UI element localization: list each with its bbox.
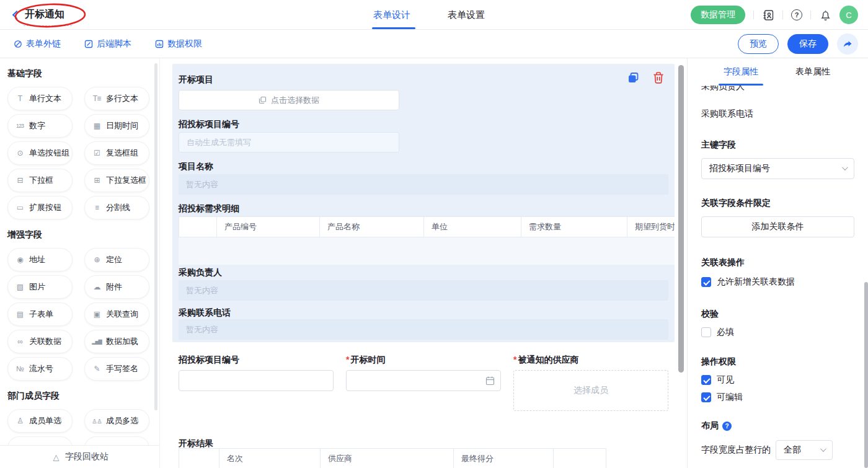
divider-icon: ≡: [92, 203, 102, 212]
field-recycle-bin[interactable]: △ 字段回收站: [0, 445, 159, 468]
purchase-phone-input[interactable]: 暂无内容: [179, 319, 668, 340]
select-data-button[interactable]: 点击选择数据: [179, 90, 399, 110]
visible-checkbox[interactable]: [701, 375, 711, 385]
separator: [753, 11, 754, 19]
sidebar-item-member-single[interactable]: ♙成员单选: [7, 409, 73, 433]
sidebar-item-related-query[interactable]: ▣关联查询: [84, 302, 149, 326]
add-relation-condition-button[interactable]: 添加关联条件: [701, 216, 854, 237]
tender-number-input[interactable]: 自动生成无需填写: [179, 132, 399, 152]
tab-form-design[interactable]: 表单设计: [373, 9, 410, 21]
required-checkbox[interactable]: [701, 327, 711, 337]
sidebar-item-multi-line-text[interactable]: T≡多行文本: [84, 87, 149, 110]
permission-heading: 操作权限: [701, 356, 854, 368]
sidebar-item-single-line-text[interactable]: T单行文本: [7, 87, 73, 110]
sidebar-item-radio-group[interactable]: ⊙单选按钮组: [7, 141, 73, 165]
save-button[interactable]: 保存: [787, 34, 828, 54]
sidebar-item-multi-dropdown[interactable]: ⊞下拉复选框: [84, 169, 149, 192]
table-header-cell: 期望到货时: [627, 216, 675, 237]
member-single-icon: ♙: [15, 417, 25, 425]
field-tender-number: 招投标项目编号: [179, 354, 334, 411]
sidebar-item-related-data[interactable]: ∞关联数据: [7, 330, 73, 353]
scrolled-field-item[interactable]: 采购负责人: [701, 86, 854, 94]
demand-detail-table: 产品编号 产品名称 单位 需求数量 期望到货时: [179, 216, 675, 265]
select-data-icon: [259, 96, 267, 104]
backend-script-link[interactable]: 后端脚本: [84, 38, 131, 50]
sidebar-item-location[interactable]: ⊕定位: [84, 248, 149, 272]
calendar-icon: [485, 376, 495, 386]
data-load-icon: ▂▅▇: [92, 339, 102, 345]
share-button[interactable]: [837, 33, 858, 55]
sidebar-item-address[interactable]: ◉地址: [7, 248, 73, 272]
tab-form-properties[interactable]: 表单属性: [795, 66, 830, 77]
help-icon[interactable]: ?: [791, 9, 802, 20]
avatar[interactable]: C: [839, 6, 858, 24]
datetime-icon: ▦: [92, 121, 102, 130]
table-header-cell: 需求数量: [521, 216, 627, 237]
sidebar-item-dropdown[interactable]: ⊟下拉框: [7, 169, 73, 192]
project-name-input[interactable]: 暂无内容: [179, 174, 668, 195]
block-actions: [627, 71, 665, 84]
tender-number-text-input[interactable]: [179, 370, 334, 391]
selected-field-group[interactable]: 开标项目 点击选择数据 招投标项目编号 自动生成无需填写 项目名称 暂无内容 招…: [172, 64, 675, 342]
primary-key-select[interactable]: 招投标项目编号: [701, 158, 854, 179]
field-notified-suppliers: *被通知的供应商 选择成员: [513, 354, 668, 411]
sidebar-item-clipped[interactable]: [84, 436, 149, 445]
share-arrow-icon: [843, 39, 852, 49]
table-header-cell: [554, 448, 606, 468]
page-title[interactable]: 开标通知: [25, 8, 64, 21]
sidebar-item-signature[interactable]: ✎手写签名: [84, 357, 149, 381]
select-member-box[interactable]: 选择成员: [513, 370, 668, 411]
required-row: 必填: [701, 327, 854, 338]
data-manage-button[interactable]: 数据管理: [691, 6, 745, 24]
sidebar-item-checkbox-group[interactable]: ☑复选框组: [84, 141, 149, 165]
sidebar-item-extend-button[interactable]: ▭扩展按钮: [7, 196, 73, 219]
sidebar-item-subform[interactable]: ▤子表单: [7, 302, 73, 326]
dropdown-icon: ⊟: [15, 176, 25, 185]
sidebar-item-clipped[interactable]: [7, 436, 73, 445]
editable-checkbox[interactable]: [701, 392, 711, 402]
bid-open-time-date-input[interactable]: [346, 370, 501, 391]
sidebar-item-data-load[interactable]: ▂▅▇数据加载: [84, 330, 149, 353]
header-right-cluster: 数据管理 ? C: [691, 0, 858, 30]
basic-fields-grid: T单行文本 T≡多行文本 123数字 ▦日期时间 ⊙单选按钮组 ☑复选框组 ⊟下…: [7, 87, 159, 219]
purchase-owner-input[interactable]: 暂无内容: [179, 280, 668, 301]
main-area: 基础字段 T单行文本 T≡多行文本 123数字 ▦日期时间 ⊙单选按钮组 ☑复选…: [0, 58, 868, 468]
sidebar-item-member-multi[interactable]: ♙♙成员多选: [84, 409, 149, 433]
section-title-member-fields: 部门成员字段: [7, 391, 159, 402]
demand-table-empty-row: [179, 237, 675, 265]
layout-help-icon[interactable]: ?: [722, 422, 732, 431]
allow-add-relation-checkbox[interactable]: [701, 277, 711, 287]
canvas-scrollbar-thumb[interactable]: [678, 65, 684, 373]
member-fields-grid: ♙成员单选 ♙♙成员多选: [7, 409, 159, 445]
chevron-down-icon: [820, 446, 826, 452]
sidebar-item-image[interactable]: ▧图片: [7, 275, 73, 299]
sidebar-scrollbar-thumb[interactable]: [154, 63, 157, 410]
field-label-bid-result: 开标结果: [179, 438, 213, 449]
properties-panel: 字段属性 表单属性 采购负责人 采购联系电话 主键字段 招投标项目编号 关联字段…: [687, 58, 868, 468]
sidebar-item-divider[interactable]: ≡分割线: [84, 196, 149, 219]
delete-icon[interactable]: [652, 71, 665, 84]
tab-field-properties[interactable]: 字段属性: [724, 66, 758, 77]
relation-condition-heading: 关联字段条件限定: [701, 198, 854, 209]
tab-form-settings[interactable]: 表单设置: [448, 9, 485, 21]
copy-icon[interactable]: [627, 71, 640, 84]
table-header-cell: 单位: [424, 216, 521, 237]
field-width-row: 字段宽度占整行的 全部: [701, 440, 854, 460]
sidebar-item-attachment[interactable]: ☁附件: [84, 275, 149, 299]
required-asterisk: *: [346, 354, 349, 365]
form-external-link[interactable]: 表单外链: [14, 38, 61, 50]
sidebar-item-number[interactable]: 123数字: [7, 114, 73, 138]
data-permission-link[interactable]: 数据权限: [155, 38, 202, 50]
section-title-basic-fields: 基础字段: [7, 68, 159, 79]
panel-scrollbar-thumb[interactable]: [864, 282, 868, 468]
sidebar-item-datetime[interactable]: ▦日期时间: [84, 114, 149, 138]
demand-table-header: 产品编号 产品名称 单位 需求数量 期望到货时: [179, 216, 675, 237]
multi-line-text-icon: T≡: [92, 94, 102, 103]
sidebar-item-serial-number[interactable]: №流水号: [7, 357, 73, 381]
back-chevron-icon[interactable]: [12, 11, 21, 19]
notification-bell-icon[interactable]: [819, 9, 831, 21]
field-width-select[interactable]: 全部: [776, 440, 833, 460]
preview-button[interactable]: 预览: [738, 34, 779, 54]
scrolled-field-item[interactable]: 采购联系电话: [701, 108, 854, 121]
contacts-book-icon[interactable]: [762, 9, 774, 21]
